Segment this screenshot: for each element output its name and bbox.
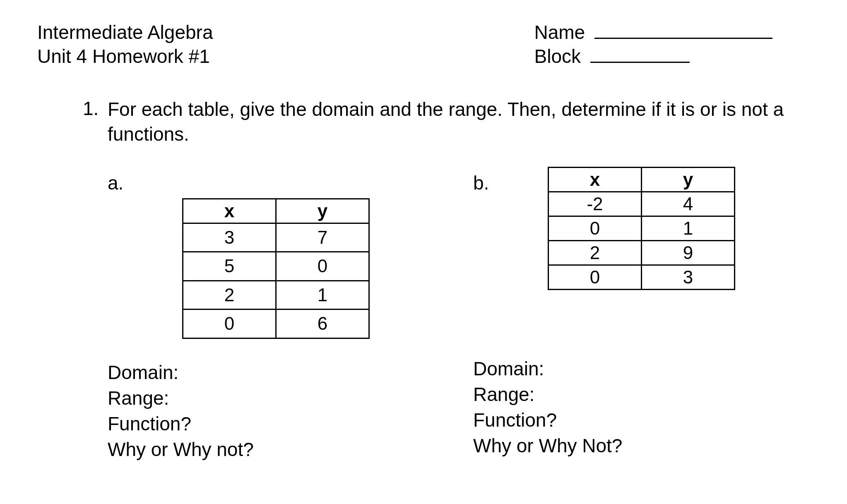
name-label: Name [534, 22, 585, 43]
block-label: Block [534, 46, 581, 67]
cell-y: 7 [276, 223, 369, 252]
table-row: 0 1 [549, 216, 735, 240]
block-blank-line[interactable] [590, 62, 690, 63]
part-b-answers: Domain: Range: Function? Why or Why Not? [473, 356, 810, 458]
function-label: Function? [473, 407, 810, 433]
cell-y: 4 [642, 192, 735, 216]
col-x-header: x [549, 167, 642, 192]
cell-x: 0 [549, 265, 642, 289]
col-x-header: x [183, 199, 276, 223]
part-a: a. x y 3 7 5 [108, 172, 444, 462]
question-1: 1. For each table, give the domain and t… [37, 97, 810, 147]
table-row: 0 3 [549, 265, 735, 289]
cell-y: 9 [642, 240, 735, 265]
part-a-table-wrap: x y 3 7 5 0 2 [108, 198, 444, 339]
header-right: Name Block [534, 21, 810, 68]
table-row: 3 7 [183, 223, 369, 252]
range-label: Range: [473, 382, 810, 407]
table-row: 2 9 [549, 240, 735, 265]
header-left: Intermediate Algebra Unit 4 Homework #1 [37, 21, 213, 68]
table-row: 2 1 [183, 281, 369, 310]
cell-y: 0 [276, 252, 369, 281]
assignment-title: Unit 4 Homework #1 [37, 45, 213, 69]
parts-row: a. x y 3 7 5 [37, 172, 810, 462]
part-a-table: x y 3 7 5 0 2 [182, 198, 370, 339]
domain-label: Domain: [108, 360, 444, 385]
cell-x: 2 [183, 281, 276, 310]
name-field-row: Name [534, 21, 773, 45]
table-row: 5 0 [183, 252, 369, 281]
cell-x: 0 [549, 216, 642, 240]
table-row: -2 4 [549, 192, 735, 216]
part-b-table: x y -2 4 0 1 [548, 167, 735, 290]
cell-y: 3 [642, 265, 735, 289]
part-b-label: b. [473, 172, 548, 194]
name-blank-line[interactable] [594, 38, 772, 39]
header-row: Intermediate Algebra Unit 4 Homework #1 … [37, 21, 810, 68]
part-b: b. x y -2 [473, 172, 810, 462]
cell-x: -2 [549, 192, 642, 216]
part-b-table-wrap: x y -2 4 0 1 [548, 167, 735, 307]
why-label: Why or Why not? [108, 437, 444, 462]
col-y-header: y [642, 167, 735, 192]
range-label: Range: [108, 385, 444, 411]
table-row: 0 6 [183, 310, 369, 338]
cell-y: 1 [642, 216, 735, 240]
cell-x: 3 [183, 223, 276, 252]
worksheet-page: Intermediate Algebra Unit 4 Homework #1 … [0, 0, 847, 504]
cell-x: 5 [183, 252, 276, 281]
cell-x: 2 [549, 240, 642, 265]
domain-label: Domain: [473, 356, 810, 382]
function-label: Function? [108, 411, 444, 437]
table-header-row: x y [549, 167, 735, 192]
question-number: 1. [83, 97, 108, 120]
part-a-label: a. [108, 172, 444, 194]
why-label: Why or Why Not? [473, 433, 810, 458]
course-title: Intermediate Algebra [37, 21, 213, 45]
question-text: For each table, give the domain and the … [108, 97, 810, 147]
table-header-row: x y [183, 199, 369, 223]
cell-y: 1 [276, 281, 369, 310]
block-field-row: Block [534, 45, 773, 69]
cell-x: 0 [183, 310, 276, 338]
col-y-header: y [276, 199, 369, 223]
cell-y: 6 [276, 310, 369, 338]
part-a-answers: Domain: Range: Function? Why or Why not? [108, 360, 444, 462]
